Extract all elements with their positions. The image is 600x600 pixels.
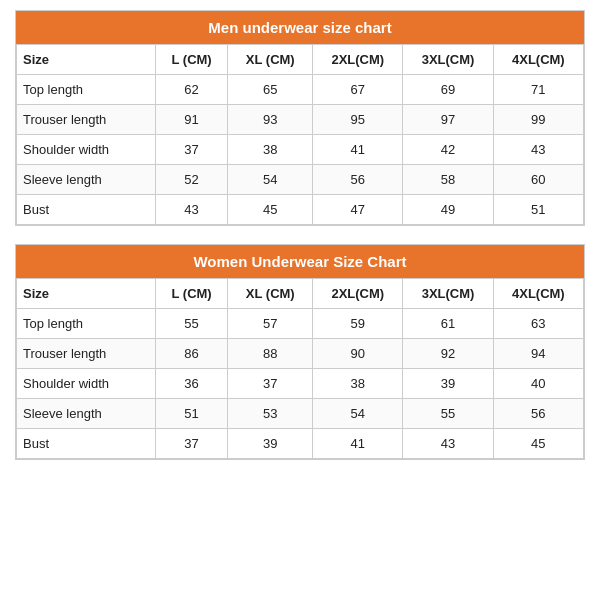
women-table: SizeL (CM)XL (CM)2XL(CM)3XL(CM)4XL(CM) T…	[16, 278, 584, 459]
row-value: 55	[155, 309, 228, 339]
row-value: 56	[313, 165, 403, 195]
row-value: 62	[155, 75, 228, 105]
row-value: 53	[228, 399, 313, 429]
men-col-header: L (CM)	[155, 45, 228, 75]
row-value: 61	[403, 309, 493, 339]
row-value: 42	[403, 135, 493, 165]
row-value: 93	[228, 105, 313, 135]
men-chart: Men underwear size chart SizeL (CM)XL (C…	[15, 10, 585, 226]
row-value: 71	[493, 75, 583, 105]
row-value: 95	[313, 105, 403, 135]
women-col-header: L (CM)	[155, 279, 228, 309]
row-label: Top length	[17, 75, 156, 105]
row-value: 58	[403, 165, 493, 195]
women-col-header: 3XL(CM)	[403, 279, 493, 309]
row-label: Bust	[17, 429, 156, 459]
row-value: 91	[155, 105, 228, 135]
women-col-header: 2XL(CM)	[313, 279, 403, 309]
row-value: 36	[155, 369, 228, 399]
row-value: 45	[228, 195, 313, 225]
table-row: Sleeve length5254565860	[17, 165, 584, 195]
row-value: 37	[155, 135, 228, 165]
row-value: 47	[313, 195, 403, 225]
row-label: Shoulder width	[17, 135, 156, 165]
row-value: 43	[403, 429, 493, 459]
row-value: 54	[313, 399, 403, 429]
row-value: 60	[493, 165, 583, 195]
table-row: Top length6265676971	[17, 75, 584, 105]
row-label: Top length	[17, 309, 156, 339]
row-value: 86	[155, 339, 228, 369]
table-row: Shoulder width3637383940	[17, 369, 584, 399]
row-value: 45	[493, 429, 583, 459]
row-value: 99	[493, 105, 583, 135]
row-label: Bust	[17, 195, 156, 225]
women-header-row: SizeL (CM)XL (CM)2XL(CM)3XL(CM)4XL(CM)	[17, 279, 584, 309]
table-row: Sleeve length5153545556	[17, 399, 584, 429]
men-col-header: 2XL(CM)	[313, 45, 403, 75]
row-value: 65	[228, 75, 313, 105]
men-table: SizeL (CM)XL (CM)2XL(CM)3XL(CM)4XL(CM) T…	[16, 44, 584, 225]
men-col-header: 3XL(CM)	[403, 45, 493, 75]
men-chart-title: Men underwear size chart	[16, 11, 584, 44]
row-value: 38	[228, 135, 313, 165]
row-value: 41	[313, 429, 403, 459]
row-value: 97	[403, 105, 493, 135]
row-value: 39	[228, 429, 313, 459]
row-value: 43	[155, 195, 228, 225]
row-label: Shoulder width	[17, 369, 156, 399]
row-value: 39	[403, 369, 493, 399]
row-label: Trouser length	[17, 105, 156, 135]
row-value: 38	[313, 369, 403, 399]
men-table-body: Top length6265676971Trouser length919395…	[17, 75, 584, 225]
row-value: 51	[155, 399, 228, 429]
row-value: 49	[403, 195, 493, 225]
row-value: 94	[493, 339, 583, 369]
row-value: 37	[228, 369, 313, 399]
row-value: 67	[313, 75, 403, 105]
women-col-header: 4XL(CM)	[493, 279, 583, 309]
women-table-body: Top length5557596163Trouser length868890…	[17, 309, 584, 459]
table-row: Bust4345474951	[17, 195, 584, 225]
men-col-header: XL (CM)	[228, 45, 313, 75]
table-row: Shoulder width3738414243	[17, 135, 584, 165]
row-label: Sleeve length	[17, 399, 156, 429]
table-row: Bust3739414345	[17, 429, 584, 459]
men-col-header: Size	[17, 45, 156, 75]
row-value: 88	[228, 339, 313, 369]
row-value: 37	[155, 429, 228, 459]
men-col-header: 4XL(CM)	[493, 45, 583, 75]
men-header-row: SizeL (CM)XL (CM)2XL(CM)3XL(CM)4XL(CM)	[17, 45, 584, 75]
row-value: 92	[403, 339, 493, 369]
women-chart: Women Underwear Size Chart SizeL (CM)XL …	[15, 244, 585, 460]
row-value: 69	[403, 75, 493, 105]
row-value: 57	[228, 309, 313, 339]
women-col-header: XL (CM)	[228, 279, 313, 309]
row-label: Trouser length	[17, 339, 156, 369]
row-value: 41	[313, 135, 403, 165]
row-value: 63	[493, 309, 583, 339]
row-value: 54	[228, 165, 313, 195]
row-value: 56	[493, 399, 583, 429]
table-row: Top length5557596163	[17, 309, 584, 339]
table-row: Trouser length8688909294	[17, 339, 584, 369]
table-row: Trouser length9193959799	[17, 105, 584, 135]
row-label: Sleeve length	[17, 165, 156, 195]
row-value: 59	[313, 309, 403, 339]
row-value: 90	[313, 339, 403, 369]
women-col-header: Size	[17, 279, 156, 309]
row-value: 52	[155, 165, 228, 195]
row-value: 51	[493, 195, 583, 225]
row-value: 40	[493, 369, 583, 399]
women-chart-title: Women Underwear Size Chart	[16, 245, 584, 278]
row-value: 55	[403, 399, 493, 429]
row-value: 43	[493, 135, 583, 165]
